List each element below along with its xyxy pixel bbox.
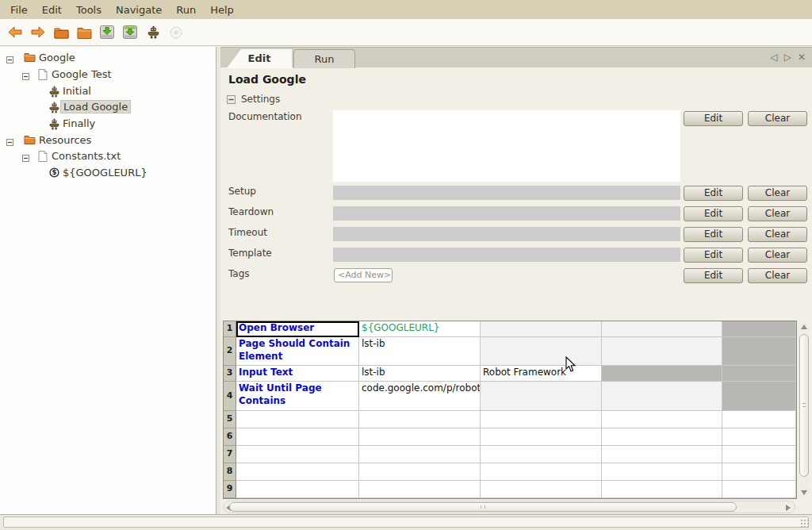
grid-horizontal-scrollbar[interactable] [223,501,795,513]
grid-cell-r1c5[interactable] [722,321,796,337]
back-arrow-icon[interactable] [7,25,23,40]
tree-item-resources[interactable]: Resources [0,132,216,148]
grid-cell-r8c1[interactable] [236,463,359,481]
timeout-edit-button[interactable]: Edit [684,227,743,242]
timeout-value[interactable] [333,227,680,241]
documentation-value[interactable] [333,110,680,182]
resize-grip[interactable] [800,519,810,528]
grid-cell-r6c2[interactable] [359,428,481,446]
grid-cell-r3c3[interactable]: Robot Framework [481,366,602,382]
template-clear-button[interactable]: Clear [748,248,807,263]
grid-cell-r4c5[interactable] [722,382,796,411]
grid-cell-r8c4[interactable] [602,463,722,481]
grid-cell-r8c2[interactable] [359,463,481,481]
tree-item-google[interactable]: Google [0,50,216,66]
grid-cell-r2c4[interactable] [602,337,722,366]
grid-cell-r6c3[interactable] [481,428,602,446]
grid-cell-r3c1[interactable]: Input Text [236,366,359,382]
grid-row-number[interactable]: 4 [224,382,236,411]
grid-cell-r5c1[interactable] [236,411,359,428]
tree-item-initial[interactable]: Initial [0,83,216,99]
menu-help[interactable]: Help [203,2,241,18]
grid-cell-r4c1[interactable]: Wait Until Page Contains [236,382,359,411]
grid-cell-r2c3[interactable] [481,337,602,366]
tree-item-googleurl[interactable]: $${GOOGLEURL} [0,165,216,181]
tree-item-finally[interactable]: Finally [0,116,216,132]
tree-item-google-test[interactable]: Google Test [0,67,216,83]
grid-cell-r2c2[interactable]: lst-ib [359,337,481,366]
template-edit-button[interactable]: Edit [684,248,743,263]
grid-cell-r3c4[interactable] [602,366,722,382]
grid-row-number[interactable]: 3 [224,366,236,382]
menu-tools[interactable]: Tools [69,2,109,18]
grid-cell-r9c5[interactable] [722,481,796,498]
grid-cell-r3c5[interactable] [722,366,796,382]
grid-cell-r9c1[interactable] [236,481,359,498]
close-tab-icon[interactable]: ✕ [798,52,806,63]
grid-cell-r7c3[interactable] [481,446,602,463]
grid-cell-r6c5[interactable] [722,428,796,446]
scroll-down-icon[interactable] [801,490,807,495]
grid-cell-r4c4[interactable] [602,382,722,411]
grid-cell-r6c1[interactable] [236,428,359,446]
grid-cell-r5c5[interactable] [722,411,796,428]
grid-cell-r1c4[interactable] [602,321,722,337]
menu-navigate[interactable]: Navigate [109,2,169,18]
documentation-edit-button[interactable]: Edit [684,111,743,126]
grid-cell-r3c2[interactable]: lst-ib [359,366,481,382]
grid-cell-r7c1[interactable] [236,446,359,463]
grid-cell-r5c4[interactable] [602,411,722,428]
tags-edit-button[interactable]: Edit [684,268,743,283]
expander-minus-icon[interactable] [22,152,29,164]
grid-row-number[interactable]: 2 [224,337,236,366]
grid-cell-r9c4[interactable] [602,481,722,498]
grid-cell-r1c1[interactable]: Open Browser [236,321,359,337]
grid-cell-r7c2[interactable] [359,446,481,463]
grid-row-number[interactable]: 7 [224,446,236,463]
grid-cell-r2c5[interactable] [722,337,796,366]
setup-value[interactable] [333,186,680,200]
setup-clear-button[interactable]: Clear [748,186,807,201]
vertical-scroll-thumb[interactable] [799,334,809,477]
add-new-tag-field[interactable]: <Add New> [334,268,393,282]
grid-cell-r9c2[interactable] [359,481,481,498]
run-robot-icon[interactable] [145,25,161,40]
grid-row-number[interactable]: 9 [224,481,236,498]
template-value[interactable] [333,248,680,262]
expander-minus-icon[interactable] [22,71,29,83]
grid-cell-r4c2[interactable]: code.google.com/p/robotf [359,382,481,411]
forward-arrow-icon[interactable] [30,25,46,40]
grid-row-number[interactable]: 6 [224,428,236,446]
settings-header[interactable]: Settings [227,94,280,105]
grid-cell-r9c3[interactable] [481,481,602,498]
grid-vertical-scrollbar[interactable] [799,321,810,499]
grid-cell-r5c2[interactable] [359,411,481,428]
menu-file[interactable]: File [3,2,35,18]
grid-cell-r6c4[interactable] [602,428,722,446]
grid-row-number[interactable]: 8 [224,463,236,481]
grid-cell-r1c2[interactable]: ${GOOGLEURL} [359,321,481,337]
timeout-clear-button[interactable]: Clear [748,227,807,242]
grid-cell-r2c1[interactable]: Page Should Contain Element [236,337,359,366]
grid-row-number[interactable]: 1 [224,321,236,337]
tags-clear-button[interactable]: Clear [748,268,807,283]
grid-cell-r7c4[interactable] [602,446,722,463]
save-all-icon[interactable] [122,25,138,40]
grid-cell-r4c3[interactable] [481,382,602,411]
open-folder-icon[interactable] [76,25,92,40]
prev-tab-icon[interactable]: ◁ [770,52,777,63]
menu-edit[interactable]: Edit [35,2,69,18]
teardown-clear-button[interactable]: Clear [748,206,807,221]
new-folder-icon[interactable] [53,25,69,40]
grid-cell-r1c3[interactable] [481,321,602,337]
teardown-edit-button[interactable]: Edit [684,206,743,221]
save-icon[interactable] [99,25,115,40]
tree-item-load-google[interactable]: Load Google [0,99,216,115]
next-tab-icon[interactable]: ▷ [784,52,791,63]
scroll-right-icon[interactable] [786,505,791,511]
expander-minus-icon[interactable] [6,54,13,66]
documentation-clear-button[interactable]: Clear [748,111,807,126]
scroll-up-icon[interactable] [801,325,807,329]
teardown-value[interactable] [333,206,680,221]
horizontal-scroll-thumb[interactable] [229,502,737,512]
